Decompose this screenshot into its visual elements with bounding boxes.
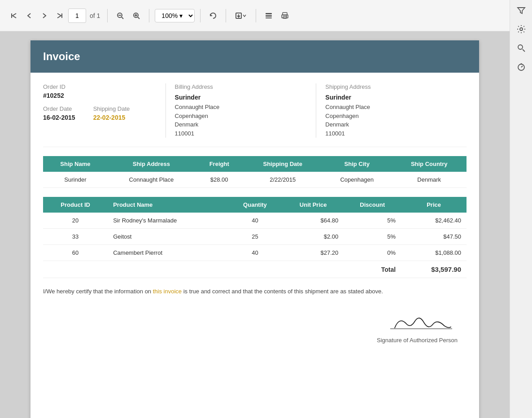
ship-country-header: Ship Country bbox=[392, 156, 467, 172]
shipping-line2: Copenhagen bbox=[325, 112, 458, 121]
divider-3 bbox=[200, 9, 201, 22]
product-name-header: Product Name bbox=[108, 197, 227, 213]
svg-point-19 bbox=[520, 28, 523, 30]
product-name-2: Geitost bbox=[108, 229, 227, 245]
order-date-value: 16-02-2015 bbox=[43, 114, 75, 121]
total-row: Total $3,597.90 bbox=[43, 261, 467, 278]
signature-image bbox=[386, 310, 458, 337]
cert-text-2: is true and correct and that the content… bbox=[182, 288, 383, 295]
billing-name: Surinder bbox=[175, 94, 307, 101]
billing-line1: Connaught Place bbox=[175, 103, 307, 112]
ship-date-cell: 2/22/2015 bbox=[243, 172, 322, 188]
product-qty-3: 40 bbox=[227, 245, 283, 261]
billing-line4: 110001 bbox=[175, 129, 307, 138]
total-value: $3,597.90 bbox=[401, 261, 467, 278]
cert-highlight: this invoice bbox=[153, 288, 182, 295]
billing-line2: Copenhagen bbox=[175, 112, 307, 121]
info-section: Order ID #10252 Order Date 16-02-2015 Sh… bbox=[43, 83, 467, 147]
order-id-value: #10252 bbox=[43, 92, 157, 99]
product-row: 20 Sir Rodney's Marmalade 40 $64.80 5% $… bbox=[43, 213, 467, 229]
export-button[interactable] bbox=[231, 9, 250, 22]
prev-page-button[interactable] bbox=[22, 10, 36, 22]
last-page-button[interactable] bbox=[53, 10, 66, 22]
order-info-col: Order ID #10252 Order Date 16-02-2015 Sh… bbox=[43, 83, 166, 138]
zoom-in-button[interactable] bbox=[129, 9, 144, 22]
ship-country-cell: Denmark bbox=[392, 172, 467, 188]
first-page-button[interactable] bbox=[7, 10, 21, 22]
layout-button[interactable] bbox=[262, 9, 276, 22]
refresh-button[interactable] bbox=[206, 9, 220, 22]
product-name-3: Camembert Pierrot bbox=[108, 245, 227, 261]
freight-header: Freight bbox=[195, 156, 243, 172]
unit-price-header: Unit Price bbox=[283, 197, 344, 213]
product-uprice-1: $64.80 bbox=[283, 213, 344, 229]
shipping-name: Surinder bbox=[325, 94, 458, 101]
ship-address-header: Ship Address bbox=[108, 156, 195, 172]
product-qty-2: 25 bbox=[227, 229, 283, 245]
certification-text: I/We hereby certify that the information… bbox=[43, 287, 467, 296]
svg-line-6 bbox=[138, 17, 140, 19]
ship-address-cell: Connaught Place bbox=[108, 172, 195, 188]
settings-icon[interactable] bbox=[516, 24, 526, 34]
order-date-col: Order Date 16-02-2015 bbox=[43, 105, 75, 121]
product-row: 33 Geitost 25 $2.00 5% $47.50 bbox=[43, 229, 467, 245]
quantity-header: Quantity bbox=[227, 197, 283, 213]
product-discount-3: 0% bbox=[344, 245, 401, 261]
product-price-2: $47.50 bbox=[401, 229, 467, 245]
product-qty-1: 40 bbox=[227, 213, 283, 229]
filter-icon[interactable] bbox=[516, 5, 526, 15]
product-id-1: 20 bbox=[43, 213, 108, 229]
zoom-out-button[interactable] bbox=[113, 9, 127, 22]
ship-name-cell: Surinder bbox=[43, 172, 108, 188]
shipping-date-header: Shipping Date bbox=[243, 156, 322, 172]
svg-line-21 bbox=[523, 49, 525, 52]
toolbar: 1 of 1 100% ▾ 50% 75% 125% 150% 200% bbox=[0, 0, 510, 31]
shipping-address-col: Shipping Address Surinder Connaught Plac… bbox=[316, 83, 467, 138]
timer-icon[interactable] bbox=[516, 62, 526, 72]
svg-rect-12 bbox=[266, 15, 272, 17]
svg-rect-13 bbox=[266, 17, 272, 18]
divider-2 bbox=[149, 9, 149, 22]
page-number-input[interactable]: 1 bbox=[68, 9, 86, 23]
product-uprice-2: $2.00 bbox=[283, 229, 344, 245]
invoice-page: Invoice Order ID #10252 Order Date 16-02… bbox=[31, 40, 479, 418]
next-page-button[interactable] bbox=[38, 10, 51, 22]
document-area: Invoice Order ID #10252 Order Date 16-02… bbox=[0, 31, 510, 418]
ship-city-header: Ship City bbox=[322, 156, 392, 172]
product-id-2: 33 bbox=[43, 229, 108, 245]
signature-section: Signature of Authorized Person bbox=[43, 310, 467, 344]
order-date-label: Order Date bbox=[43, 105, 75, 112]
invoice-header: Invoice bbox=[31, 40, 479, 73]
billing-address-label: Billing Address bbox=[175, 83, 307, 90]
cert-text-1: I/We hereby certify that the information… bbox=[43, 288, 153, 295]
invoice-title: Invoice bbox=[43, 50, 80, 62]
discount-header: Discount bbox=[344, 197, 401, 213]
sidebar bbox=[510, 0, 532, 418]
page-of-label: of 1 bbox=[90, 12, 100, 19]
svg-line-24 bbox=[521, 66, 523, 67]
shipping-line4: 110001 bbox=[325, 129, 458, 138]
product-name-1: Sir Rodney's Marmalade bbox=[108, 213, 227, 229]
ship-table: Ship Name Ship Address Freight Shipping … bbox=[43, 156, 467, 188]
divider-1 bbox=[107, 9, 108, 22]
price-header: Price bbox=[401, 197, 467, 213]
product-id-header: Product ID bbox=[43, 197, 108, 213]
print-button[interactable] bbox=[278, 9, 292, 22]
shipping-date-label: Shipping Date bbox=[93, 105, 130, 112]
date-row: Order Date 16-02-2015 Shipping Date 22-0… bbox=[43, 105, 157, 121]
product-discount-2: 5% bbox=[344, 229, 401, 245]
divider-5 bbox=[256, 9, 256, 22]
zoom-dropdown[interactable]: 100% ▾ 50% 75% 125% 150% 200% bbox=[155, 9, 195, 22]
shipping-date-col: Shipping Date 22-02-2015 bbox=[93, 105, 130, 121]
product-price-3: $1,088.00 bbox=[401, 245, 467, 261]
signature-label: Signature of Authorized Person bbox=[377, 337, 458, 344]
ship-name-header: Ship Name bbox=[43, 156, 108, 172]
shipping-line1: Connaught Place bbox=[325, 103, 458, 112]
freight-cell: $28.00 bbox=[195, 172, 243, 188]
product-uprice-3: $27.20 bbox=[283, 245, 344, 261]
search-icon[interactable] bbox=[516, 43, 526, 53]
total-label: Total bbox=[43, 261, 401, 278]
product-table: Product ID Product Name Quantity Unit Pr… bbox=[43, 197, 467, 278]
divider-4 bbox=[226, 9, 226, 22]
billing-line3: Denmark bbox=[175, 120, 307, 129]
